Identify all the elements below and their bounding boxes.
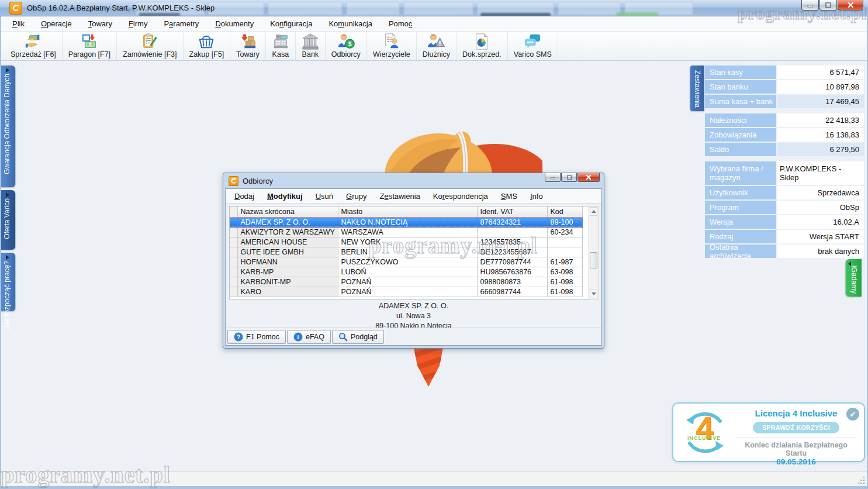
table-cell[interactable]: 8764324321 xyxy=(477,217,547,227)
tab-zestawienia[interactable]: Zestawienia xyxy=(690,66,704,111)
table-cell[interactable] xyxy=(477,227,547,237)
row-selector[interactable] xyxy=(230,277,237,287)
table-scrollbar[interactable] xyxy=(589,206,599,299)
table-cell[interactable]: AKWIZYTOR Z WARSZAWY xyxy=(237,227,338,237)
resize-grip[interactable] xyxy=(858,477,865,484)
row-selector[interactable] xyxy=(230,217,237,227)
table-row-karo[interactable]: KAROPOZNAŃ666098774461-098 xyxy=(230,287,582,297)
table-cell[interactable]: LUBOŃ xyxy=(338,267,477,277)
table-cell[interactable]: POZNAŃ xyxy=(338,277,477,287)
toolbar-button-zakup-f5[interactable]: Zakup [F5] xyxy=(184,32,231,60)
table-cell[interactable]: 6660987744 xyxy=(477,287,547,297)
table-row-adamex-sp-z-o-o[interactable]: ADAMEX SP. Z O. O.NAKŁO N.NOTECIĄ8764324… xyxy=(230,217,582,227)
menu-item-konfiguracja[interactable]: Konfiguracja xyxy=(264,17,319,30)
row-selector[interactable] xyxy=(230,247,237,257)
podgl-d-button[interactable]: Podgląd xyxy=(332,330,384,344)
menu-item-parametry[interactable]: Parametry xyxy=(157,17,205,30)
toolbar-button-sprzeda-f6[interactable]: Sprzedaż [F6] xyxy=(5,32,63,60)
menu-item-komunikacja[interactable]: Komunikacja xyxy=(322,17,378,30)
table-cell[interactable]: 89-100 xyxy=(547,217,582,227)
table-row-american-house[interactable]: AMERICAN HOUSENEW YORK1234557835 xyxy=(230,237,582,247)
toolbar-button-varico-sms[interactable]: Varico SMS xyxy=(508,32,558,60)
toolbar-button-towary[interactable]: Towary xyxy=(230,32,266,60)
table-cell[interactable]: KARO xyxy=(237,287,338,297)
row-selector[interactable] xyxy=(230,227,237,237)
table-row-gute-idee-gmbh[interactable]: GUTE IDEE GMBHBERLINDE1223455687 xyxy=(230,247,582,257)
scroll-up-button[interactable] xyxy=(590,207,597,216)
table-cell[interactable]: GUTE IDEE GMBH xyxy=(237,247,338,257)
toolbar-button-zam-wienie-f3[interactable]: Zamówienie [F3] xyxy=(117,32,183,60)
table-cell[interactable]: 61-098 xyxy=(547,287,582,297)
side-tab-jak-rozpocz-prac[interactable]: Jak rozpocząć pracę? xyxy=(0,253,15,311)
table-cell[interactable]: POZNAŃ xyxy=(338,287,477,297)
table-cell[interactable]: KARBONIT-MP xyxy=(237,277,338,287)
menu-item-operacje[interactable]: Operacje xyxy=(34,17,78,30)
table-cell[interactable]: DE1223455687 xyxy=(477,247,547,257)
table-cell[interactable]: ADAMEX SP. Z O. O. xyxy=(237,217,338,227)
table-cell[interactable]: NAKŁO N.NOTECIĄ xyxy=(338,217,477,227)
toolbar-button-kasa[interactable]: Kasa xyxy=(266,32,296,60)
table-cell[interactable]: PUSZCZYKOWO xyxy=(338,257,477,267)
toolbar-button-wierzyciele[interactable]: Wierzyciele xyxy=(367,32,417,60)
minimize-button[interactable] xyxy=(801,0,819,11)
menu-item-dokumenty[interactable]: Dokumenty xyxy=(209,17,260,30)
toolbar-button-odbiorcy[interactable]: $Odbiorcy xyxy=(326,32,367,60)
column-header-ident-vat[interactable]: Ident. VAT xyxy=(477,206,547,217)
table-cell[interactable]: KARB-MP xyxy=(237,267,338,277)
dialog-minimize-button[interactable] xyxy=(545,173,561,182)
table-row-karbonit-mp[interactable]: KARBONIT-MPPOZNAŃ098808087361-098 xyxy=(230,277,582,287)
table-cell[interactable]: 63-098 xyxy=(547,267,582,277)
table-cell[interactable] xyxy=(547,237,582,247)
column-header-kod[interactable]: Kod xyxy=(547,206,582,217)
table-row-karb-mp[interactable]: KARB-MPLUBOŃHU985676387663-098 xyxy=(230,267,582,277)
table-cell[interactable]: BERLIN xyxy=(338,247,477,257)
table-cell[interactable]: 1234557835 xyxy=(477,237,547,247)
toolbar-button-bank[interactable]: Bank xyxy=(296,32,326,60)
row-selector[interactable] xyxy=(230,287,237,297)
table-cell[interactable]: 60-234 xyxy=(547,227,582,237)
row-selector[interactable] xyxy=(230,237,237,247)
table-cell[interactable]: AMERICAN HOUSE xyxy=(237,237,338,247)
side-tab-gwarancja-odtworzenia-danych[interactable]: Gwarancja Odtworzenia Danych xyxy=(0,66,15,187)
menu-item-dodaj[interactable]: Dodaj xyxy=(229,190,260,202)
menu-item-towary[interactable]: Towary xyxy=(82,17,119,30)
menu-item-korespondencja[interactable]: Korespondencja xyxy=(428,190,493,202)
table-cell[interactable]: 61-987 xyxy=(547,257,582,267)
table-cell[interactable]: 61-098 xyxy=(547,277,582,287)
row-selector[interactable] xyxy=(230,267,237,277)
menu-item-info[interactable]: Info xyxy=(525,190,548,202)
table-cell[interactable]: HU9856763876 xyxy=(477,267,547,277)
table-cell[interactable] xyxy=(547,247,582,257)
column-header-nazwa-skr-cona[interactable]: Nazwa skrócona xyxy=(237,206,338,217)
tab-igadamy[interactable]: iGadamy xyxy=(846,259,862,297)
menu-item-zestawienia[interactable]: Zestawienia xyxy=(374,190,425,202)
scrollbar-thumb[interactable] xyxy=(590,252,597,268)
dialog-close-button[interactable] xyxy=(577,173,600,182)
table-cell[interactable]: WARSZAWA xyxy=(338,227,477,237)
side-tab-oferta-varico[interactable]: Oferta Varico xyxy=(0,190,15,250)
toolbar-button-d-u-nicy[interactable]: Dłużnicy xyxy=(417,32,457,60)
check-benefits-button[interactable]: SPRAWDŹ KORZYŚCI xyxy=(753,422,839,433)
toolbar-button-paragon-f7[interactable]: $Paragon [F7] xyxy=(63,32,117,60)
maximize-button[interactable] xyxy=(819,0,837,11)
table-cell[interactable]: 0988080873 xyxy=(477,277,547,287)
menu-item-grupy[interactable]: Grupy xyxy=(341,190,372,202)
close-button[interactable] xyxy=(838,0,863,11)
f1-pomoc-button[interactable]: ?F1 Pomoc xyxy=(227,330,286,344)
efaq-button[interactable]: ieFAQ xyxy=(287,330,331,344)
menu-item-pomoc[interactable]: Pomoc xyxy=(382,17,419,30)
menu-item-modyfikuj[interactable]: Modyfikuj xyxy=(262,190,308,202)
menu-item-usu[interactable]: Usuń xyxy=(310,190,338,202)
menu-item-sms[interactable]: SMS xyxy=(496,190,523,202)
table-row-hofmann[interactable]: HOFMANNPUSZCZYKOWODE777098774461-987 xyxy=(230,257,582,267)
table-row-akwizytor-z-warszawy[interactable]: AKWIZYTOR Z WARSZAWYWARSZAWA60-234 xyxy=(230,227,582,237)
menu-item-firmy[interactable]: Firmy xyxy=(122,17,154,30)
table-cell[interactable]: NEW YORK xyxy=(338,237,477,247)
toolbar-button-dok-sprzed[interactable]: Dok.sprzed. xyxy=(457,32,508,60)
column-header-miasto[interactable]: Miasto xyxy=(338,206,477,217)
dialog-maximize-button[interactable] xyxy=(561,173,577,182)
table-cell[interactable]: DE7770987744 xyxy=(477,257,547,267)
table-cell[interactable]: HOFMANN xyxy=(237,257,338,267)
menu-item-plik[interactable]: Plik xyxy=(6,17,31,30)
row-selector[interactable] xyxy=(230,257,237,267)
